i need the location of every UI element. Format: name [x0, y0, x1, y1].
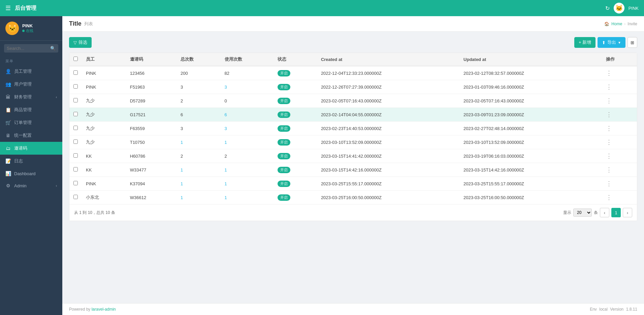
row-actions-9: ⋮	[602, 191, 637, 204]
row-more-btn-6[interactable]: ⋮	[606, 153, 612, 159]
admin-icon: ⚙	[5, 183, 11, 188]
toolbar: ▽ 筛选 + 新增 ⬆ 导出 ▼ ⊞	[69, 37, 637, 48]
row-checkbox-9[interactable]	[73, 195, 78, 199]
pagination-area: 从 1 到 10，总共 10 条 显示 20 50 100 条 ‹ 1 ›	[69, 204, 637, 221]
refresh-icon[interactable]: ↻	[605, 5, 610, 11]
th-used: 使用次数	[221, 53, 274, 66]
row-more-btn-1[interactable]: ⋮	[606, 84, 612, 90]
row-created-8: 2023-03-25T15:55:17.000000Z	[317, 177, 459, 191]
prev-page-button[interactable]: ‹	[600, 208, 609, 217]
sidebar-item-invite[interactable]: 🗂 邀请码	[0, 142, 62, 155]
row-more-btn-9[interactable]: ⋮	[606, 194, 612, 201]
sidebar-item-label-finance: 财务管理	[14, 94, 53, 100]
breadcrumb-home[interactable]: Home	[611, 22, 622, 26]
page-1-button[interactable]: 1	[611, 208, 621, 217]
add-button[interactable]: + 新增	[574, 37, 595, 48]
row-updated-0: 2023-02-12T08:32:57.000000Z	[459, 66, 602, 80]
per-label: 条	[594, 210, 598, 216]
row-checkbox-cell-6	[69, 149, 82, 163]
sidebar-item-config[interactable]: 🖥 统一配置	[0, 129, 62, 142]
row-more-btn-3[interactable]: ⋮	[606, 111, 612, 118]
page-title-area: Title 列表	[69, 20, 93, 27]
row-staff-7: KK	[82, 163, 126, 177]
breadcrumb-invite: Invite	[627, 22, 637, 26]
home-icon: 🏠	[604, 22, 609, 26]
sidebar-item-label-admin: Admin	[14, 183, 53, 188]
row-status-9: 开启	[273, 191, 317, 204]
app-title: 后台管理	[15, 5, 36, 12]
table-row: PINK K37094 1 1 开启 2023-03-25T15:55:17.0…	[69, 177, 637, 191]
status-dot	[22, 30, 25, 32]
row-more-btn-7[interactable]: ⋮	[606, 166, 612, 173]
export-dropdown-icon: ▼	[618, 41, 621, 44]
sidebar-item-staff[interactable]: 👤 员工管理	[0, 65, 62, 78]
sidebar-item-admin[interactable]: ⚙ Admin ‹	[0, 180, 62, 192]
row-more-btn-8[interactable]: ⋮	[606, 180, 612, 187]
search-input[interactable]	[7, 46, 48, 51]
main-layout: 🐱 PINK 在线 🔍 菜单 👤 员工管理	[0, 16, 644, 315]
content-area: Title 列表 🏠 Home › Invite ▽ 筛选	[62, 16, 644, 315]
row-checkbox-0[interactable]	[73, 70, 78, 75]
user-info: 🐱 PINK 在线	[0, 16, 62, 41]
user-status: 在线	[22, 28, 33, 33]
row-actions-1: ⋮	[602, 80, 637, 94]
row-checkbox-cell-0	[69, 66, 82, 80]
row-total-8: 1	[176, 177, 221, 191]
search-input-wrap: 🔍	[4, 44, 58, 53]
table-row: 九少 D57289 2 0 开启 2023-02-05T07:16:43.000…	[69, 94, 637, 108]
row-used-3: 6	[221, 108, 274, 122]
row-updated-7: 2023-03-15T14:42:16.000000Z	[459, 163, 602, 177]
table-row: KK H60786 2 2 开启 2023-03-15T14:41:42.000…	[69, 149, 637, 163]
row-checkbox-2[interactable]	[73, 98, 78, 102]
row-more-btn-5[interactable]: ⋮	[606, 139, 612, 146]
row-more-btn-0[interactable]: ⋮	[606, 70, 612, 76]
row-total-9: 1	[176, 191, 221, 204]
row-more-btn-2[interactable]: ⋮	[606, 97, 612, 104]
th-total: 总次数	[176, 53, 221, 66]
admin-arrow: ‹	[56, 184, 57, 188]
user-details: PINK 在线	[22, 23, 33, 33]
topbar: ☰ 后台管理 ↻ 🐱 PINK	[0, 0, 644, 16]
footer-link[interactable]: laravel-admin	[92, 307, 116, 312]
sidebar-item-finance[interactable]: 🏛 财务管理 ‹	[0, 91, 62, 103]
row-checkbox-cell-1	[69, 80, 82, 94]
table-row: 九少 T10750 1 1 开启 2023-03-10T13:52:09.000…	[69, 135, 637, 149]
dashboard-icon: 📊	[5, 171, 11, 176]
sidebar-item-goods[interactable]: 📋 商品管理	[0, 103, 62, 116]
row-checkbox-3[interactable]	[73, 112, 78, 116]
row-used-8: 1	[221, 177, 274, 191]
row-code-4: F63559	[126, 122, 176, 135]
row-used-9: 1	[221, 191, 274, 204]
next-page-button[interactable]: ›	[623, 208, 632, 217]
row-checkbox-cell-5	[69, 135, 82, 149]
row-checkbox-8[interactable]	[73, 181, 78, 185]
view-button[interactable]: ⊞	[627, 37, 637, 48]
toolbar-right: + 新增 ⬆ 导出 ▼ ⊞	[574, 37, 637, 48]
row-staff-5: 九少	[82, 135, 126, 149]
row-checkbox-7[interactable]	[73, 167, 78, 171]
filter-button[interactable]: ▽ 筛选	[69, 37, 92, 48]
user-avatar-top[interactable]: 🐱	[614, 3, 624, 13]
row-checkbox-4[interactable]	[73, 126, 78, 130]
page-subtitle: 列表	[84, 21, 93, 27]
sidebar-item-orders[interactable]: 🛒 订单管理	[0, 116, 62, 129]
row-checkbox-cell-2	[69, 94, 82, 108]
row-code-9: W36612	[126, 191, 176, 204]
row-checkbox-1[interactable]	[73, 84, 78, 89]
row-status-6: 开启	[273, 149, 317, 163]
sidebar-item-users[interactable]: 👥 用户管理	[0, 78, 62, 91]
row-total-5: 1	[176, 135, 221, 149]
footer-right: Env local Version 1.8.11	[590, 307, 637, 312]
export-button[interactable]: ⬆ 导出 ▼	[598, 37, 625, 48]
row-checkbox-5[interactable]	[73, 139, 78, 144]
table-body: PINK 123456 200 82 开启 2022-12-04T12:33:2…	[69, 66, 637, 204]
sidebar-item-logs[interactable]: 📝 日志	[0, 155, 62, 167]
row-more-btn-4[interactable]: ⋮	[606, 125, 612, 132]
search-icon: 🔍	[50, 46, 56, 51]
select-all-checkbox[interactable]	[73, 57, 78, 61]
page-size-select[interactable]: 20 50 100	[573, 209, 592, 217]
sidebar-item-dashboard[interactable]: 📊 Dashboard	[0, 167, 62, 180]
row-created-6: 2023-03-15T14:41:42.000000Z	[317, 149, 459, 163]
menu-icon[interactable]: ☰	[5, 4, 11, 12]
row-checkbox-6[interactable]	[73, 153, 78, 158]
